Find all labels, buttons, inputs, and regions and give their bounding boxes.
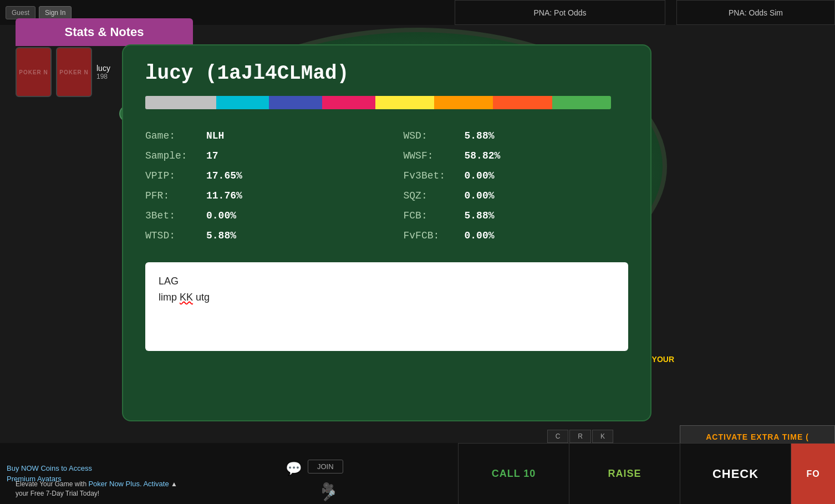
color-seg-2 [269, 96, 322, 109]
color-seg-5 [434, 96, 493, 109]
stat-3bet: 3Bet: 0.00% [145, 206, 370, 226]
player-cards-area: POKER N POKER N lucy 198 [16, 47, 110, 97]
chat-icon: 💬 [286, 461, 302, 476]
call-button[interactable]: CALL 10 [458, 443, 569, 504]
player-card-2: POKER N [56, 47, 92, 97]
color-seg-7 [552, 96, 611, 109]
stat-sample: Sample: 17 [145, 146, 370, 166]
color-seg-6 [493, 96, 552, 109]
tab-r[interactable]: R [569, 430, 591, 443]
notes-area[interactable]: LAG limp KK utg [145, 262, 628, 351]
stat-wtsd: WTSD: 5.88% [145, 226, 370, 246]
trial-activate-link[interactable]: Poker Now Plus. Activate [88, 480, 169, 488]
tab-c[interactable]: C [547, 430, 569, 443]
check-button[interactable]: CHECK [680, 443, 791, 504]
action-buttons: CALL 10 RAISE CHECK FO [458, 443, 835, 504]
notes-line-2: limp KK utg [159, 289, 615, 306]
color-seg-3 [322, 96, 375, 109]
modal-player-title: lucy (1aJl4CLMad) [145, 62, 628, 85]
raise-button[interactable]: RAISE [569, 443, 680, 504]
player-card-1: POKER N [16, 47, 52, 97]
mic-icon: 🎤 [323, 490, 335, 501]
pna-pot-odds-panel: PNA: Pot Odds [455, 0, 665, 25]
guest-button[interactable]: Guest [6, 6, 35, 19]
stats-grid: Game: NLH Sample: 17 VPIP: 17.65% PFR: 1… [145, 126, 628, 246]
stat-fvfcb: FvFCB: 0.00% [404, 226, 629, 246]
color-seg-1 [216, 96, 269, 109]
buy-coins-link[interactable]: Buy NOW Coins to Access [7, 464, 115, 472]
stat-wwsf: WWSF: 58.82% [404, 146, 629, 166]
stat-game: Game: NLH [145, 126, 370, 146]
input-tabs: C R K [547, 430, 613, 443]
color-bar [145, 96, 611, 109]
chat-icon-area[interactable]: 💬 [286, 461, 302, 476]
stat-vpip: VPIP: 17.65% [145, 166, 370, 186]
color-seg-0 [145, 96, 216, 109]
notes-line-1: LAG [159, 273, 615, 289]
color-seg-4 [375, 96, 434, 109]
pna-odds-sim-panel: PNA: Odds Sim [676, 0, 835, 25]
stat-pfr: PFR: 11.76% [145, 186, 370, 206]
stats-left-col: Game: NLH Sample: 17 VPIP: 17.65% PFR: 1… [145, 126, 370, 246]
mic-icon-area[interactable]: 🎤 [323, 490, 335, 502]
stats-notes-tab[interactable]: Stats & Notes [16, 18, 193, 46]
fold-button[interactable]: FO [791, 443, 835, 504]
stat-fcb: FCB: 5.88% [404, 206, 629, 226]
stat-fv3bet: Fv3Bet: 0.00% [404, 166, 629, 186]
stat-sqz: SQZ: 0.00% [404, 186, 629, 206]
join-button[interactable]: JOIN [308, 460, 343, 474]
tab-k[interactable]: K [592, 430, 613, 443]
sign-in-button[interactable]: Sign In [39, 6, 72, 19]
stat-wsd: WSD: 5.88% [404, 126, 629, 146]
stats-modal: lucy (1aJl4CLMad) Game: NLH Sample: 17 V… [122, 44, 651, 421]
stats-right-col: WSD: 5.88% WWSF: 58.82% Fv3Bet: 0.00% SQ… [404, 126, 629, 246]
player-info: lucy 198 [96, 64, 110, 80]
